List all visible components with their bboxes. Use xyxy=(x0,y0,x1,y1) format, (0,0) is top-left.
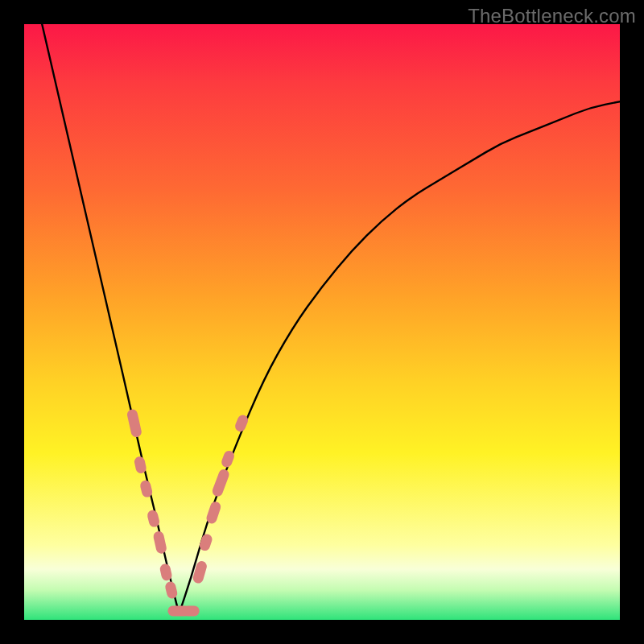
marker-point xyxy=(211,468,230,497)
curve-right-arm xyxy=(179,101,620,613)
chart-frame: TheBottleneck.com xyxy=(0,0,644,644)
marker-point xyxy=(152,530,167,555)
plot-area xyxy=(24,24,620,620)
bottleneck-chart xyxy=(24,24,620,620)
marker-point xyxy=(205,500,222,525)
curve-left-arm xyxy=(42,24,179,614)
marker-point xyxy=(198,533,213,552)
marker-point xyxy=(126,408,142,438)
marker-point xyxy=(164,580,179,600)
marker-point xyxy=(183,605,200,616)
